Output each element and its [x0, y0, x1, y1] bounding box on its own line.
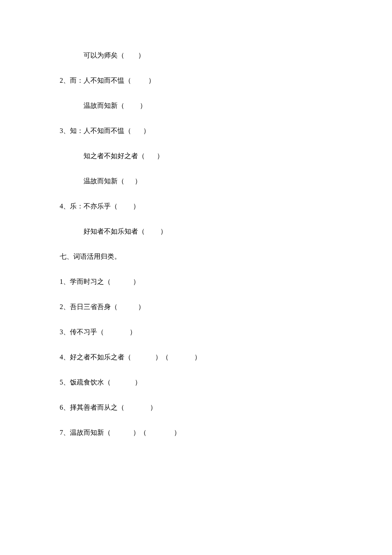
text-line: 3、传不习乎（ ） — [60, 328, 332, 337]
text-line: 可以为师矣（ ） — [60, 51, 332, 60]
text-line: 4、好之者不如乐之者（ ）（ ） — [60, 353, 332, 362]
text-line: 知之者不如好之者（ ） — [60, 152, 332, 161]
text-line: 4、乐：不亦乐乎（ ） — [60, 202, 332, 211]
text-line: 7、温故而知新（ ）（ ） — [60, 428, 332, 437]
section-heading: 七、词语活用归类。 — [60, 252, 332, 261]
text-line: 温故而知新（ ） — [60, 177, 332, 186]
text-line: 1、学而时习之（ ） — [60, 278, 332, 286]
text-line: 2、而：人不知而不愠（ ） — [60, 76, 332, 85]
text-line: 3、知：人不知而不愠（ ） — [60, 127, 332, 136]
text-line: 6、择其善者而从之（ ） — [60, 403, 332, 412]
document-page: 可以为师矣（ ） 2、而：人不知而不愠（ ） 温故而知新（ ） 3、知：人不知而… — [0, 0, 392, 437]
text-line: 2、吾日三省吾身（ ） — [60, 303, 332, 312]
text-line: 温故而知新（ ） — [60, 101, 332, 110]
text-line: 好知者不如乐知者（ ） — [60, 227, 332, 236]
text-line: 5、饭疏食饮水（ ） — [60, 378, 332, 387]
